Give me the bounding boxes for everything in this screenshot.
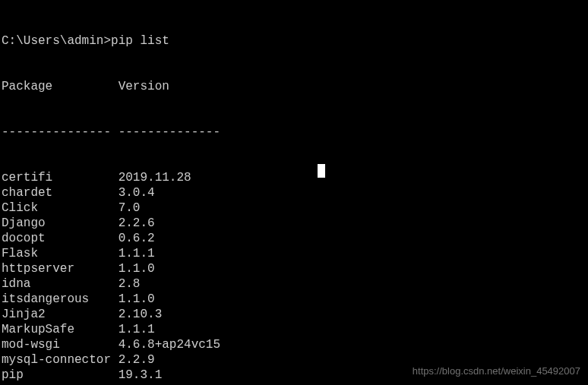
package-version: 2.2.9 — [119, 352, 155, 368]
prompt-path: C:\Users\admin> — [2, 34, 111, 48]
package-version: 2.2.6 — [119, 216, 155, 231]
package-version: 1.1.1 — [119, 246, 155, 261]
prompt-line: C:\Users\admin>pip list — [2, 33, 586, 49]
table-row: mod-wsgi4.6.8+ap24vc15 — [2, 337, 586, 352]
table-row: chardet3.0.4 — [2, 185, 586, 200]
package-version: 2.8 — [119, 276, 141, 292]
table-divider: ----------------------------- — [2, 125, 586, 140]
table-row: Jinja22.10.3 — [2, 307, 586, 322]
table-row: MarkupSafe1.1.1 — [2, 322, 586, 337]
terminal-output[interactable]: C:\Users\admin>pip list PackageVersion -… — [0, 0, 588, 385]
table-row: Click7.0 — [2, 200, 586, 216]
package-version: 2019.11.28 — [119, 170, 191, 185]
package-name: Jinja2 — [2, 307, 119, 322]
package-version: 2.10.3 — [119, 307, 163, 322]
header-version: Version — [119, 79, 169, 94]
package-name: chardet — [2, 185, 119, 200]
table-row: httpserver1.1.0 — [2, 261, 586, 276]
table-row: certifi2019.11.28 — [2, 170, 586, 185]
package-name: pip — [2, 368, 119, 383]
package-version: 0.6.2 — [119, 231, 155, 246]
package-name: httpserver — [2, 261, 119, 276]
divider-package: --------------- — [2, 125, 119, 140]
package-name: certifi — [2, 170, 119, 185]
package-name: docopt — [2, 231, 119, 246]
watermark: https://blog.csdn.net/weixin_45492007 — [413, 365, 580, 377]
package-name: mysql-connector — [2, 352, 119, 368]
table-row: Flask1.1.1 — [2, 246, 586, 261]
table-header: PackageVersion — [2, 79, 586, 94]
package-version: 19.3.1 — [119, 368, 163, 383]
package-name: Flask — [2, 246, 119, 261]
package-version: 1.1.0 — [119, 292, 155, 307]
package-list: certifi2019.11.28chardet3.0.4Click7.0Dja… — [2, 170, 586, 385]
table-row: Django2.2.6 — [2, 216, 586, 231]
table-row: itsdangerous1.1.0 — [2, 292, 586, 307]
package-name: idna — [2, 276, 119, 292]
command-text: pip list — [111, 34, 169, 48]
package-name: mod-wsgi — [2, 337, 119, 352]
table-row: idna2.8 — [2, 276, 586, 292]
package-name: MarkupSafe — [2, 322, 119, 337]
package-version: 7.0 — [119, 200, 141, 216]
package-name: Click — [2, 200, 119, 216]
package-version: 3.0.4 — [119, 185, 155, 200]
text-cursor — [318, 164, 325, 178]
package-version: 1.1.1 — [119, 322, 155, 337]
package-version: 4.6.8+ap24vc15 — [119, 337, 220, 352]
package-name: itsdangerous — [2, 292, 119, 307]
header-package: Package — [2, 79, 119, 94]
table-row: docopt0.6.2 — [2, 231, 586, 246]
package-name: Django — [2, 216, 119, 231]
package-version: 1.1.0 — [119, 261, 155, 276]
divider-version: -------------- — [119, 125, 220, 140]
